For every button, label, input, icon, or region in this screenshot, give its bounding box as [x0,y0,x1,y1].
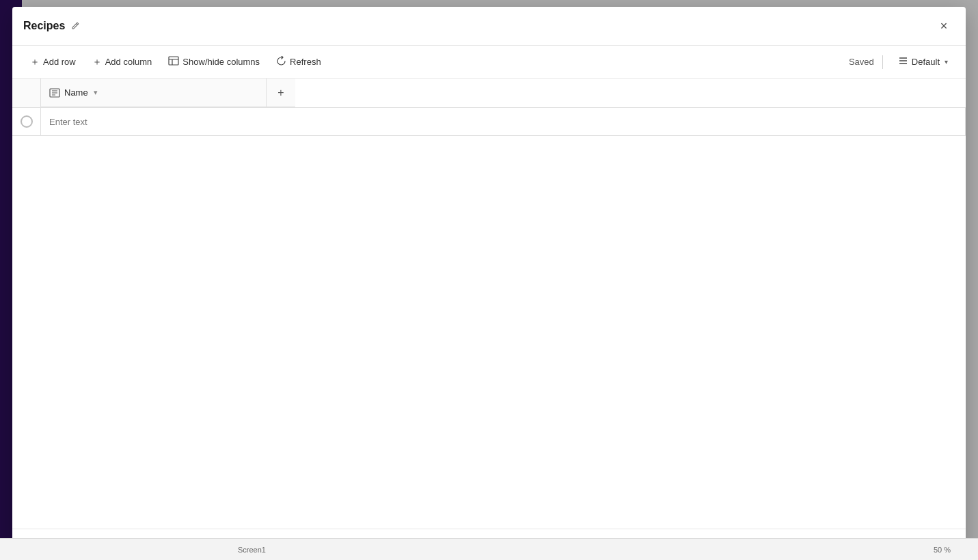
recipes-modal: Recipes × ＋ Add row ＋ Add column [12,7,966,553]
add-column-button[interactable]: ＋ Add column [85,53,159,72]
name-column-header[interactable]: Name ▾ [41,79,267,107]
add-column-header-button[interactable]: + [267,79,295,107]
modal-title-area: Recipes [23,20,933,32]
zoom-level: 50 % [934,546,951,554]
view-selector-button[interactable]: Default ▾ [891,53,955,71]
toolbar-right: Saved Default ▾ [849,53,955,71]
table-row [12,108,966,136]
edit-title-icon[interactable] [70,21,80,31]
add-column-plus-icon: + [277,87,284,99]
headers-row: Name ▾ + [12,79,966,108]
name-column-label: Name [64,87,88,98]
svg-rect-0 [169,57,178,65]
modal-title: Recipes [23,20,65,32]
show-hide-icon [168,56,179,68]
screen-label: Screen1 [238,546,266,554]
row-selector[interactable] [12,108,41,135]
modal-overlay: Recipes × ＋ Add row ＋ Add column [0,0,978,560]
saved-status: Saved [849,57,874,67]
refresh-icon [276,56,286,68]
row-radio[interactable] [21,115,33,128]
name-column-chevron: ▾ [94,88,98,97]
row-num-spacer [12,79,41,107]
add-column-icon: ＋ [92,56,102,68]
add-row-icon: ＋ [30,56,40,68]
show-hide-columns-button[interactable]: Show/hide columns [161,53,267,71]
add-row-button[interactable]: ＋ Add row [23,53,83,72]
refresh-button[interactable]: Refresh [269,53,328,72]
chevron-down-icon: ▾ [945,58,948,66]
row-cell-name[interactable] [41,108,966,135]
view-list-icon [898,56,908,68]
name-cell-input[interactable] [41,108,965,135]
name-column-icon [49,88,60,98]
close-modal-button[interactable]: × [933,15,955,37]
app-bottom-bar: Screen1 50 % [0,538,978,560]
grid-area: Name ▾ + [12,79,966,529]
toolbar-separator [882,55,883,69]
toolbar: ＋ Add row ＋ Add column Show/hide columns [12,46,966,79]
modal-header: Recipes × [12,7,966,46]
